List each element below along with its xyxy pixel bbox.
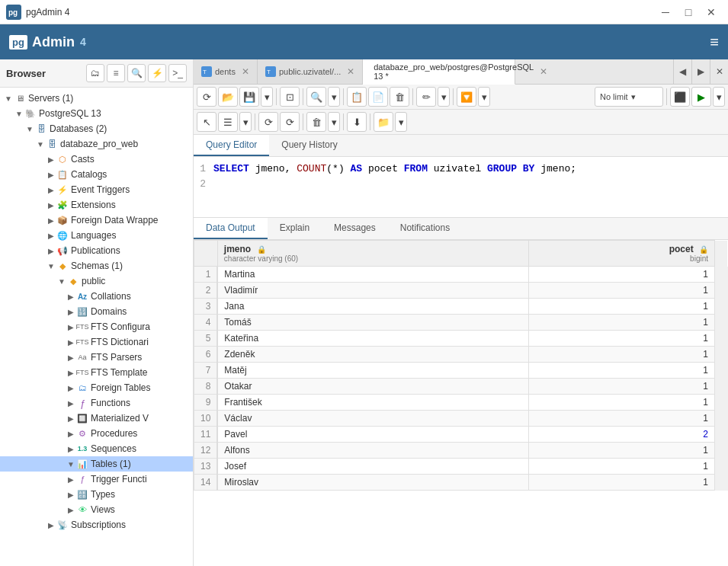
tree-item-subscriptions[interactable]: ▶ 📡 Subscriptions bbox=[0, 517, 193, 532]
databaze-toggle[interactable]: ▼ bbox=[35, 140, 46, 149]
refresh3-btn[interactable]: ⟳ bbox=[280, 112, 300, 132]
sidebar-folder-btn[interactable]: 🗂 bbox=[86, 64, 104, 82]
tree-item-languages[interactable]: ▶ 🌐 Languages bbox=[0, 228, 193, 243]
sidebar-list-btn[interactable]: ≡ bbox=[107, 64, 125, 82]
tab-databaze-close[interactable]: ✕ bbox=[540, 66, 547, 77]
domains-toggle[interactable]: ▶ bbox=[66, 308, 76, 316]
view-btn[interactable]: ☰ bbox=[218, 112, 238, 132]
col-jmeno-header[interactable]: jmeno 🔒 character varying (60) bbox=[217, 241, 528, 267]
tree-item-trigger-functions[interactable]: ▶ ƒ Trigger Functi bbox=[0, 472, 193, 487]
tree-item-procedures[interactable]: ▶ ⚙ Procedures bbox=[0, 426, 193, 441]
schemas-toggle[interactable]: ▼ bbox=[46, 262, 56, 270]
databases-toggle[interactable]: ▼ bbox=[24, 125, 35, 133]
tab-uzivatel-close[interactable]: ✕ bbox=[347, 66, 354, 77]
next-tab-btn[interactable]: ▶ bbox=[691, 59, 710, 84]
view-dropdown-btn[interactable]: ▾ bbox=[239, 112, 252, 132]
catalogs-toggle[interactable]: ▶ bbox=[46, 171, 56, 179]
tree-item-views[interactable]: ▶ 👁 Views bbox=[0, 502, 193, 517]
clear-dropdown-btn[interactable]: ▾ bbox=[328, 112, 340, 132]
table-row[interactable]: 8Otakar1 bbox=[194, 379, 728, 395]
tree-item-databases[interactable]: ▼ 🗄 Databases (2) bbox=[0, 121, 193, 136]
find-button[interactable]: 🔍 bbox=[306, 87, 326, 107]
table-row[interactable]: 5Kateřina1 bbox=[194, 331, 728, 347]
table-row[interactable]: 7Matěj1 bbox=[194, 363, 728, 379]
stop-button[interactable]: ⬛ bbox=[670, 87, 690, 107]
run-dropdown-button[interactable]: ▾ bbox=[713, 87, 725, 107]
tab-uzivatel[interactable]: T public.uzivatel/... ✕ bbox=[258, 59, 363, 84]
tree-item-publications[interactable]: ▶ 📢 Publications bbox=[0, 243, 193, 258]
table-row[interactable]: 6Zdeněk1 bbox=[194, 347, 728, 363]
paste-button[interactable]: 📄 bbox=[368, 87, 388, 107]
tree-item-foreign-tables[interactable]: ▶ 🗂 Foreign Tables bbox=[0, 380, 193, 395]
tree-item-sequences[interactable]: ▶ 1.3 Sequences bbox=[0, 441, 193, 456]
tree-item-types[interactable]: ▶ 🔠 Types bbox=[0, 487, 193, 502]
publications-toggle[interactable]: ▶ bbox=[46, 247, 56, 255]
table-row[interactable]: 2Vladimír1 bbox=[194, 283, 728, 299]
tree-item-extensions[interactable]: ▶ 🧩 Extensions bbox=[0, 197, 193, 213]
tree-item-catalogs[interactable]: ▶ 📋 Catalogs bbox=[0, 167, 193, 182]
table-row[interactable]: 13Josef1 bbox=[194, 459, 728, 475]
public-schema-toggle[interactable]: ▼ bbox=[56, 277, 67, 286]
tab-explain[interactable]: Explain bbox=[268, 218, 322, 239]
tree-item-postgresql[interactable]: ▼ 🐘 PostgreSQL 13 bbox=[0, 106, 193, 121]
table-row[interactable]: 1Martina1 bbox=[194, 267, 728, 283]
tree-item-databaze-pro-web[interactable]: ▼ 🗄 databaze_pro_web bbox=[0, 136, 193, 152]
table-row[interactable]: 14Miroslav1 bbox=[194, 475, 728, 491]
refresh-button[interactable]: ⟳ bbox=[197, 87, 216, 107]
delete-button[interactable]: 🗑 bbox=[390, 87, 409, 107]
table-row[interactable]: 4Tomáš1 bbox=[194, 315, 728, 331]
tab-dents-close[interactable]: ✕ bbox=[242, 66, 249, 77]
fts-template-toggle[interactable]: ▶ bbox=[66, 369, 76, 377]
folder-btn[interactable]: 📁 bbox=[374, 112, 393, 132]
minimize-button[interactable]: ─ bbox=[655, 4, 676, 21]
edit-button[interactable]: ✏ bbox=[416, 87, 436, 107]
event-triggers-toggle[interactable]: ▶ bbox=[46, 186, 56, 194]
tree-item-foreign-data-wrappers[interactable]: ▶ 📦 Foreign Data Wrappe bbox=[0, 213, 193, 228]
tree-item-materialized-views[interactable]: ▶ 🔲 Materialized V bbox=[0, 411, 193, 426]
tab-messages[interactable]: Messages bbox=[322, 218, 388, 239]
save-dropdown-button[interactable]: ▾ bbox=[261, 87, 273, 107]
tables-toggle[interactable]: ▼ bbox=[66, 460, 76, 468]
views-toggle[interactable]: ▶ bbox=[66, 506, 76, 514]
sidebar-refresh-btn[interactable]: ⚡ bbox=[148, 64, 166, 82]
copy-button[interactable]: 📋 bbox=[347, 87, 367, 107]
fdw-toggle[interactable]: ▶ bbox=[46, 216, 56, 225]
table-row[interactable]: 10Václav1 bbox=[194, 411, 728, 427]
servers-toggle[interactable]: ▼ bbox=[3, 94, 14, 103]
filter-dropdown-button[interactable]: ▾ bbox=[478, 87, 490, 107]
close-button[interactable]: ✕ bbox=[701, 4, 722, 21]
refresh2-btn[interactable]: ⟳ bbox=[258, 112, 278, 132]
extensions-toggle[interactable]: ▶ bbox=[46, 201, 56, 209]
table-row[interactable]: 9František1 bbox=[194, 395, 728, 411]
fts-dictionari-toggle[interactable]: ▶ bbox=[66, 338, 76, 347]
trigger-functions-toggle[interactable]: ▶ bbox=[66, 475, 76, 484]
table-row[interactable]: 12Alfons1 bbox=[194, 443, 728, 459]
open-file-button[interactable]: 📂 bbox=[218, 87, 238, 107]
no-limit-dropdown[interactable]: No limit ▾ bbox=[595, 87, 663, 107]
tree-item-servers[interactable]: ▼ 🖥 Servers (1) bbox=[0, 91, 193, 106]
prev-tab-btn[interactable]: ◀ bbox=[673, 59, 691, 84]
folder-dropdown-btn[interactable]: ▾ bbox=[395, 112, 407, 132]
data-grid[interactable]: jmeno 🔒 character varying (60) pocet 🔒 b… bbox=[194, 240, 728, 566]
tab-notifications[interactable]: Notifications bbox=[388, 218, 462, 239]
collations-toggle[interactable]: ▶ bbox=[66, 293, 76, 301]
tree-item-fts-parsers[interactable]: ▶ Aa FTS Parsers bbox=[0, 350, 193, 365]
postgresql-toggle[interactable]: ▼ bbox=[14, 110, 24, 118]
casts-toggle[interactable]: ▶ bbox=[46, 155, 56, 164]
tree-item-functions[interactable]: ▶ ƒ Functions bbox=[0, 395, 193, 411]
types-toggle[interactable]: ▶ bbox=[66, 491, 76, 499]
tab-query-history[interactable]: Query History bbox=[269, 135, 349, 156]
find-dropdown-button[interactable]: ▾ bbox=[328, 87, 340, 107]
tree-item-public-schema[interactable]: ▼ ◆ public bbox=[0, 273, 193, 289]
tab-dents[interactable]: T dents ✕ bbox=[194, 59, 258, 84]
col-pocet-header[interactable]: pocet 🔒 bigint bbox=[528, 241, 714, 267]
run-button[interactable]: ▶ bbox=[691, 87, 711, 107]
tree-item-collations[interactable]: ▶ Az Collations bbox=[0, 289, 193, 304]
subscriptions-toggle[interactable]: ▶ bbox=[46, 521, 56, 529]
languages-toggle[interactable]: ▶ bbox=[46, 232, 56, 240]
sidebar-search-btn[interactable]: 🔍 bbox=[127, 64, 146, 82]
tree-item-fts-dictionari[interactable]: ▶ FTS FTS Dictionari bbox=[0, 334, 193, 350]
procedures-toggle[interactable]: ▶ bbox=[66, 430, 76, 438]
tree-item-fts-configura[interactable]: ▶ FTS FTS Configura bbox=[0, 319, 193, 334]
code-editor[interactable]: 1 2 SELECT jmeno, COUNT(*) AS pocet FROM… bbox=[194, 157, 728, 218]
